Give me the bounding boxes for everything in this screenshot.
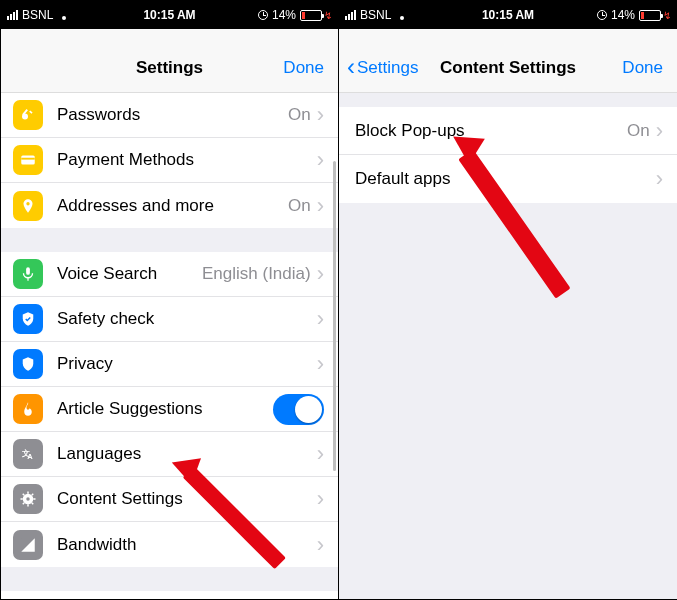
chevron-right-icon: › [317, 534, 324, 556]
row-label: Bandwidth [57, 535, 317, 555]
chevron-right-icon: › [317, 308, 324, 330]
svg-line-18 [23, 503, 25, 505]
key-icon [13, 100, 43, 130]
row-addresses[interactable]: Addresses and more On › [1, 183, 338, 228]
row-privacy[interactable]: Privacy › [1, 342, 338, 387]
battery-icon [300, 10, 322, 21]
nav-title: Settings [136, 58, 203, 78]
language-icon: 文A [13, 439, 43, 469]
pin-icon [13, 191, 43, 221]
row-label: Safety check [57, 309, 317, 329]
back-button[interactable]: ‹ Settings [347, 58, 418, 78]
toggle-article-suggestions[interactable] [273, 394, 324, 425]
done-button[interactable]: Done [283, 58, 324, 78]
svg-point-5 [26, 202, 29, 205]
chevron-right-icon: › [656, 168, 663, 190]
signal-icon [7, 10, 18, 20]
alarm-icon [258, 10, 268, 20]
chevron-right-icon: › [317, 353, 324, 375]
chevron-right-icon: › [317, 195, 324, 217]
battery-percent: 14% [272, 8, 296, 22]
row-default-apps[interactable]: Default apps › [339, 155, 677, 203]
row-value: On [627, 121, 650, 141]
row-label: Privacy [57, 354, 317, 374]
wifi-icon [395, 10, 409, 20]
row-passwords[interactable]: Passwords On › [1, 93, 338, 138]
settings-list[interactable]: Passwords On › Payment Methods › Address… [1, 93, 338, 599]
chevron-right-icon: › [317, 443, 324, 465]
row-value: On [288, 105, 311, 125]
nav-bar: Settings Done [1, 43, 338, 93]
card-icon [13, 145, 43, 175]
status-bar: BSNL 10:15 AM 14% ↯ [1, 1, 338, 29]
row-label: Payment Methods [57, 150, 317, 170]
row-block-popups[interactable]: Block Pop-ups On › [339, 107, 677, 155]
svg-line-17 [32, 503, 34, 505]
svg-rect-7 [27, 278, 28, 281]
svg-line-16 [23, 494, 25, 496]
svg-rect-3 [21, 156, 35, 165]
svg-rect-6 [26, 267, 30, 275]
chevron-left-icon: ‹ [347, 60, 355, 74]
gear-icon [13, 484, 43, 514]
alarm-icon [597, 10, 607, 20]
carrier-label: BSNL [22, 8, 53, 22]
fire-icon [13, 394, 43, 424]
row-article-suggestions[interactable]: Article Suggestions [1, 387, 338, 432]
row-content-settings[interactable]: Content Settings › [1, 477, 338, 522]
chevron-right-icon: › [317, 488, 324, 510]
row-safety-check[interactable]: Safety check › [1, 297, 338, 342]
row-label: Article Suggestions [57, 399, 273, 419]
back-label: Settings [357, 58, 418, 78]
sheet-grabber [1, 29, 338, 43]
svg-line-19 [32, 494, 34, 496]
screenshot-settings: BSNL 10:15 AM 14% ↯ Settings Done [1, 1, 339, 599]
chevron-right-icon: › [317, 104, 324, 126]
row-payment-methods[interactable]: Payment Methods › [1, 138, 338, 183]
sheet-grabber [339, 29, 677, 43]
status-bar: BSNL 10:15 AM 14% ↯ [339, 1, 677, 29]
done-button[interactable]: Done [622, 58, 663, 78]
row-label: Languages [57, 444, 317, 464]
svg-text:A: A [27, 452, 33, 461]
row-value: English (India) [202, 264, 311, 284]
content-settings-list[interactable]: Block Pop-ups On › Default apps › [339, 93, 677, 599]
row-label: Default apps [355, 169, 656, 189]
row-google-chrome[interactable]: Google Chrome › [1, 591, 338, 599]
carrier-label: BSNL [360, 8, 391, 22]
battery-percent: 14% [611, 8, 635, 22]
row-languages[interactable]: 文A Languages › [1, 432, 338, 477]
bandwidth-icon [13, 530, 43, 560]
chevron-right-icon: › [317, 263, 324, 285]
privacy-icon [13, 349, 43, 379]
chevron-right-icon: › [317, 149, 324, 171]
row-value: On [288, 196, 311, 216]
row-label: Passwords [57, 105, 288, 125]
svg-point-11 [26, 497, 29, 500]
row-label: Content Settings [57, 489, 317, 509]
svg-rect-4 [21, 158, 35, 160]
svg-rect-2 [29, 111, 32, 114]
row-bandwidth[interactable]: Bandwidth › [1, 522, 338, 567]
mic-icon [13, 259, 43, 289]
signal-icon [345, 10, 356, 20]
row-label: Block Pop-ups [355, 121, 627, 141]
shield-icon [13, 304, 43, 334]
nav-bar: ‹ Settings Content Settings Done [339, 43, 677, 93]
row-label: Voice Search [57, 264, 202, 284]
wifi-icon [57, 10, 71, 20]
row-label: Addresses and more [57, 196, 288, 216]
chevron-right-icon: › [656, 120, 663, 142]
charging-icon: ↯ [324, 10, 332, 21]
chrome-icon [13, 599, 43, 600]
battery-icon [639, 10, 661, 21]
screenshot-content-settings: BSNL 10:15 AM 14% ↯ ‹ Settings Content S… [339, 1, 677, 599]
charging-icon: ↯ [663, 10, 671, 21]
row-voice-search[interactable]: Voice Search English (India) › [1, 252, 338, 297]
scrollbar[interactable] [333, 161, 336, 471]
nav-title: Content Settings [440, 58, 576, 78]
